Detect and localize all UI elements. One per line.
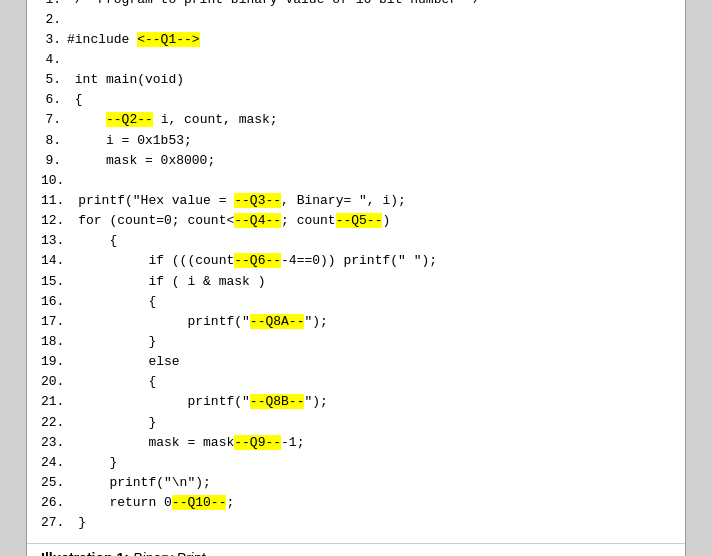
code-line: 3.#include <--Q1--> [41,30,671,50]
code-line: 17. printf("--Q8A--"); [41,312,671,332]
line-content [67,50,671,70]
caption-prefix: Illustration 1: [41,550,133,556]
line-number: 13. [41,231,70,251]
line-number: 15. [41,272,70,292]
line-number: 6. [41,90,67,110]
code-line: 15. if ( i & mask ) [41,272,671,292]
highlight-span: <--Q1--> [137,32,199,47]
line-number: 18. [41,332,70,352]
code-line: 7. --Q2-- i, count, mask; [41,110,671,130]
line-content: } [70,332,671,352]
code-line: 5. int main(void) [41,70,671,90]
line-content: printf("--Q8B--"); [70,392,671,412]
line-number: 26. [41,493,70,513]
highlight-span: --Q3-- [234,193,281,208]
highlight-span: --Q4-- [234,213,281,228]
code-line: 10. [41,171,671,191]
main-container: 1. /* Program to print binary value of 1… [26,0,686,556]
code-line: 23. mask = mask--Q9---1; [41,433,671,453]
line-number: 4. [41,50,67,70]
line-number: 24. [41,453,70,473]
line-content: } [70,453,671,473]
code-line: 26. return 0--Q10--; [41,493,671,513]
line-number: 5. [41,70,67,90]
code-line: 19. else [41,352,671,372]
line-content: { [70,231,671,251]
line-content: /* Program to print binary value of 16 b… [67,0,671,10]
highlight-span: --Q2-- [106,112,153,127]
line-content: if ( i & mask ) [70,272,671,292]
caption-label: Illustration 1: Binary Print [41,550,205,556]
code-line: 1. /* Program to print binary value of 1… [41,0,671,10]
code-line: 20. { [41,372,671,392]
code-line: 13. { [41,231,671,251]
line-content: i = 0x1b53; [67,131,671,151]
line-number: 14. [41,251,70,271]
line-content: printf("\n"); [70,473,671,493]
code-line: 12. for (count=0; count<--Q4--; count--Q… [41,211,671,231]
line-number: 1. [41,0,67,10]
line-content: #include <--Q1--> [67,30,671,50]
line-number: 17. [41,312,70,332]
line-content: printf("--Q8A--"); [70,312,671,332]
caption: Illustration 1: Binary Print [27,543,685,556]
line-number: 21. [41,392,70,412]
code-line: 21. printf("--Q8B--"); [41,392,671,412]
line-content: } [70,413,671,433]
line-content: return 0--Q10--; [70,493,671,513]
code-line: 14. if (((count--Q6---4==0)) printf(" ")… [41,251,671,271]
line-number: 9. [41,151,67,171]
line-content: mask = mask--Q9---1; [70,433,671,453]
line-number: 3. [41,30,67,50]
line-number: 7. [41,110,67,130]
code-line: 24. } [41,453,671,473]
line-content: } [70,513,671,533]
highlight-span: --Q8A-- [250,314,305,329]
line-number: 10. [41,171,70,191]
highlight-span: --Q9-- [234,435,281,450]
code-line: 16. { [41,292,671,312]
highlight-span: --Q8B-- [250,394,305,409]
code-line: 27. } [41,513,671,533]
highlight-span: --Q6-- [234,253,281,268]
highlight-span: --Q5-- [336,213,383,228]
line-content [67,10,671,30]
code-line: 6. { [41,90,671,110]
line-number: 11. [41,191,70,211]
code-line: 8. i = 0x1b53; [41,131,671,151]
code-line: 25. printf("\n"); [41,473,671,493]
line-number: 8. [41,131,67,151]
line-number: 20. [41,372,70,392]
line-number: 23. [41,433,70,453]
line-content: int main(void) [67,70,671,90]
line-content: --Q2-- i, count, mask; [67,110,671,130]
code-line: 9. mask = 0x8000; [41,151,671,171]
line-content: { [70,292,671,312]
code-line: 18. } [41,332,671,352]
line-number: 12. [41,211,70,231]
line-number: 27. [41,513,70,533]
line-content: { [70,372,671,392]
line-number: 19. [41,352,70,372]
line-content: if (((count--Q6---4==0)) printf(" "); [70,251,671,271]
code-line: 4. [41,50,671,70]
line-number: 16. [41,292,70,312]
line-content: mask = 0x8000; [67,151,671,171]
line-content: else [70,352,671,372]
line-number: 2. [41,10,67,30]
code-line: 11. printf("Hex value = --Q3--, Binary= … [41,191,671,211]
line-content: { [67,90,671,110]
line-content [70,171,671,191]
line-number: 22. [41,413,70,433]
caption-title: Binary Print [133,550,205,556]
highlight-span: --Q10-- [172,495,227,510]
code-line: 22. } [41,413,671,433]
code-line: 2. [41,10,671,30]
line-content: for (count=0; count<--Q4--; count--Q5--) [70,211,671,231]
line-content: printf("Hex value = --Q3--, Binary= ", i… [70,191,671,211]
code-block: 1. /* Program to print binary value of 1… [27,0,685,543]
line-number: 25. [41,473,70,493]
